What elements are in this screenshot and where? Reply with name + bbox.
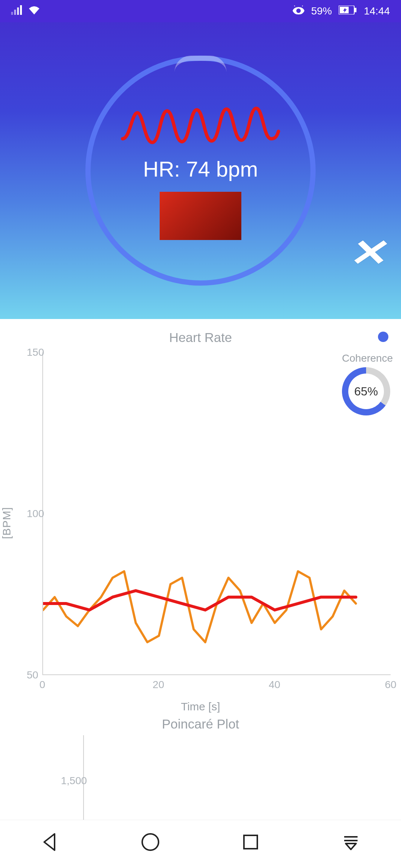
svg-point-7 <box>142 834 159 850</box>
wifi-icon <box>28 5 40 17</box>
x-tick: 0 <box>39 679 45 691</box>
system-nav-bar <box>0 820 401 868</box>
main-content: Heart Rate Coherence 65% [BPM] 501001500… <box>0 319 401 868</box>
svg-rect-0 <box>11 12 13 15</box>
close-button[interactable]: ✕ <box>346 231 395 274</box>
hr-value: HR: 74 bpm <box>143 157 258 181</box>
hr-chart-title: Heart Rate <box>9 330 392 345</box>
hr-y-axis-label: [BPM] <box>0 507 13 539</box>
svg-rect-6 <box>355 8 356 12</box>
battery-percent: 59% <box>311 5 332 17</box>
x-tick: 40 <box>269 679 280 691</box>
svg-rect-3 <box>20 5 22 15</box>
poincare-title: Poincaré Plot <box>9 717 392 731</box>
camera-preview <box>160 192 241 240</box>
legend-indicator <box>378 332 388 342</box>
home-button[interactable] <box>140 832 161 857</box>
x-tick: 20 <box>153 679 164 691</box>
y-tick: 150 <box>27 346 44 358</box>
svg-rect-2 <box>17 7 19 15</box>
status-time: 14:44 <box>364 5 390 17</box>
signal-icon <box>11 5 22 17</box>
y-tick: 1,500 <box>61 775 87 787</box>
recents-button[interactable] <box>240 832 261 857</box>
pulse-wave-icon <box>119 102 282 146</box>
hr-ring: HR: 74 bpm <box>85 56 316 286</box>
eye-icon <box>293 5 304 17</box>
hr-x-axis-label: Time [s] <box>9 700 392 713</box>
hero-panel: HR: 74 bpm ✕ <box>0 22 401 319</box>
coherence-value: 65% <box>354 385 378 398</box>
battery-icon <box>339 5 357 17</box>
svg-rect-8 <box>244 835 257 849</box>
hr-chart: [BPM] 501001500204060 <box>9 349 392 697</box>
svg-rect-1 <box>14 10 16 15</box>
y-tick: 50 <box>27 669 38 681</box>
drawer-button[interactable] <box>340 832 361 857</box>
status-bar: 59% 14:44 <box>0 0 401 22</box>
back-button[interactable] <box>40 832 61 857</box>
x-tick: 60 <box>385 679 396 691</box>
y-tick: 100 <box>27 508 44 520</box>
